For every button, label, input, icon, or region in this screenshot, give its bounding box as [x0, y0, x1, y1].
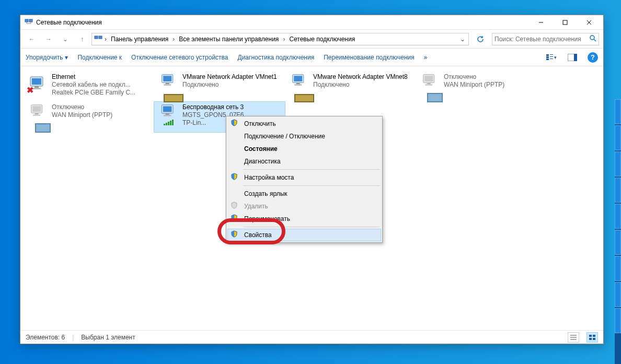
disable-device-button[interactable]: Отключение сетевого устройства: [131, 54, 228, 61]
ctx-separator: [243, 169, 380, 170]
network-adapter-icon: [157, 73, 179, 95]
svg-rect-28: [294, 76, 302, 81]
breadcrumb[interactable]: › Панель управления › Все элементы панел…: [91, 33, 469, 45]
connection-name: VMware Network Adapter VMnet8: [313, 73, 408, 81]
help-button[interactable]: ?: [588, 52, 598, 63]
ctx-status[interactable]: Состояние: [227, 143, 381, 155]
context-menu: Отключить Подключение / Отключение Состо…: [226, 116, 383, 243]
connection-item-vmnet8[interactable]: VMware Network Adapter VMnet8 Подключено: [285, 72, 416, 102]
connection-item-wan-miniport-2[interactable]: Отключено WAN Miniport (PPTP): [416, 72, 546, 102]
connection-name: Беспроводная сеть 3: [182, 103, 244, 111]
ctx-properties[interactable]: Свойства: [227, 229, 381, 241]
breadcrumb-root[interactable]: Панель управления: [109, 34, 170, 44]
toolbar: Упорядочить ▾ Подключение к Отключение с…: [20, 49, 603, 66]
search-box[interactable]: [492, 33, 599, 45]
back-button[interactable]: ←: [25, 32, 39, 46]
connection-status: Отключено: [52, 103, 112, 111]
organize-label: Упорядочить: [26, 54, 63, 61]
svg-rect-31: [295, 95, 314, 102]
view-options-button[interactable]: ▾: [546, 52, 557, 63]
search-icon[interactable]: [589, 34, 596, 43]
svg-point-8: [590, 36, 594, 40]
ctx-connect-disconnect[interactable]: Подключение / Отключение: [227, 130, 381, 143]
connection-adapter: Realtek PCIe GBE Family C...: [52, 89, 135, 97]
close-button[interactable]: [577, 15, 601, 30]
toolbar-overflow[interactable]: »: [424, 54, 428, 61]
connection-status: Сетевой кабель не подкл...: [52, 81, 135, 89]
ctx-bridge[interactable]: Настройка моста: [227, 171, 381, 184]
navbar: ← → ⌄ ↑ › Панель управления › Все элемен…: [20, 30, 603, 49]
modem-icon: [424, 89, 435, 95]
up-button[interactable]: ↑: [75, 32, 89, 46]
svg-rect-36: [428, 93, 442, 102]
svg-rect-45: [164, 115, 171, 116]
svg-rect-25: [164, 84, 171, 86]
svg-line-9: [594, 39, 596, 41]
ctx-separator: [243, 185, 380, 186]
ctx-separator: [243, 227, 380, 227]
search-input[interactable]: [494, 36, 589, 43]
refresh-button[interactable]: [473, 33, 488, 45]
network-connections-icon: [25, 18, 33, 27]
svg-rect-11: [546, 56, 549, 58]
svg-rect-52: [593, 338, 595, 340]
x-icon: ✖: [27, 85, 33, 95]
svg-rect-26: [164, 95, 183, 102]
breadcrumb-mid[interactable]: Все элементы панели управления: [177, 34, 281, 44]
ctx-rename[interactable]: Переименовать: [227, 213, 381, 225]
connection-item-ethernet[interactable]: ✖ Ethernet Сетевой кабель не подкл... Re…: [24, 72, 154, 102]
ctx-rename-label: Переименовать: [244, 215, 377, 222]
connection-adapter: WAN Miniport (PPTP): [444, 81, 504, 89]
ctx-create-shortcut[interactable]: Создать ярлык: [227, 187, 381, 200]
connection-adapter: WAN Miniport (PPTP): [52, 111, 112, 119]
svg-rect-21: [32, 88, 41, 89]
svg-rect-34: [427, 83, 431, 85]
ctx-bridge-label: Настройка моста: [244, 174, 377, 181]
status-item-count: Элементов: 6: [26, 334, 65, 341]
ctx-delete-label: Удалить: [244, 203, 377, 210]
minimize-button[interactable]: [529, 15, 553, 30]
network-connections-icon: [94, 35, 102, 43]
modem-icon: [32, 119, 43, 125]
window-title: Сетевые подключения: [36, 19, 529, 26]
breadcrumb-dropdown[interactable]: ⌄: [459, 36, 466, 43]
ctx-disable[interactable]: Отключить: [227, 118, 381, 130]
connection-item-vmnet1[interactable]: VMware Network Adapter VMnet1 Подключено: [154, 72, 285, 102]
network-adapter-icon: [157, 103, 179, 125]
status-selection: Выбран 1 элемент: [81, 334, 135, 341]
diagnose-button[interactable]: Диагностика подключения: [238, 54, 315, 61]
svg-rect-49: [589, 335, 592, 337]
maximize-button[interactable]: [553, 15, 577, 30]
ctx-diagnose[interactable]: Диагностика: [227, 155, 381, 168]
ctx-delete: Удалить: [227, 200, 381, 213]
ctx-diagnose-label: Диагностика: [244, 158, 377, 165]
svg-rect-24: [166, 83, 169, 85]
ctx-properties-label: Свойства: [244, 231, 377, 239]
svg-rect-0: [25, 19, 28, 22]
recent-dropdown[interactable]: ⌄: [58, 32, 73, 46]
rename-connection-button[interactable]: Переименование подключения: [324, 54, 415, 61]
network-adapter-disabled-icon: [27, 103, 49, 125]
svg-rect-41: [36, 124, 50, 132]
connect-to-button[interactable]: Подключение к: [77, 54, 122, 61]
shield-icon: [231, 230, 240, 240]
forward-button[interactable]: →: [41, 32, 56, 46]
svg-rect-20: [34, 86, 39, 88]
svg-rect-15: [550, 58, 553, 59]
details-view-button[interactable]: [568, 332, 579, 343]
connection-item-wan-miniport-1[interactable]: Отключено WAN Miniport (PPTP): [24, 102, 154, 132]
status-bar: Элементов: 6 | Выбран 1 элемент: [20, 330, 603, 344]
shield-icon: [231, 202, 240, 211]
taskbar-edge: [615, 99, 621, 364]
organize-menu[interactable]: Упорядочить ▾: [26, 54, 68, 61]
breadcrumb-leaf[interactable]: Сетевые подключения: [287, 34, 357, 44]
svg-rect-33: [424, 76, 433, 81]
svg-rect-51: [589, 338, 592, 340]
svg-rect-44: [166, 113, 169, 115]
titlebar: Сетевые подключения: [20, 15, 603, 30]
chevron-down-icon: ▾: [554, 55, 557, 60]
ctx-shortcut-label: Создать ярлык: [244, 190, 377, 197]
tiles-view-button[interactable]: [586, 332, 598, 343]
svg-rect-13: [550, 54, 553, 55]
preview-pane-button[interactable]: [567, 52, 578, 63]
